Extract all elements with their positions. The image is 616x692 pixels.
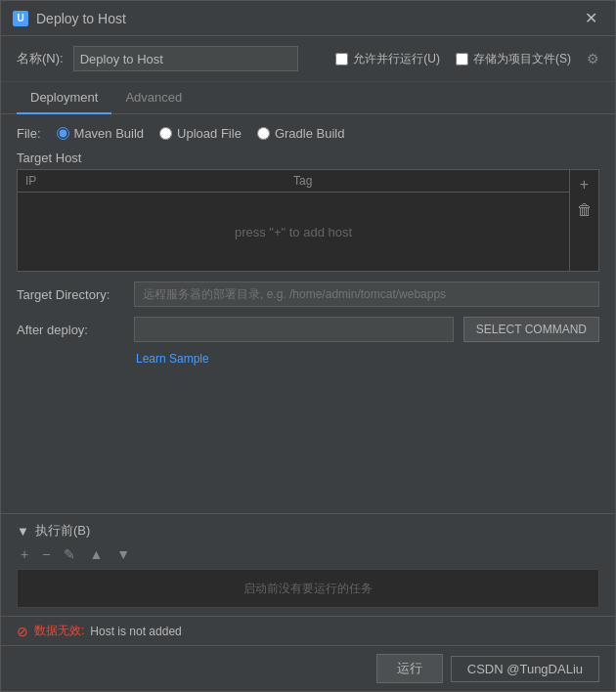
parallel-run-checkbox[interactable]: [335, 53, 348, 65]
after-deploy-input[interactable]: [134, 317, 454, 342]
upload-file-label: Upload File: [177, 126, 242, 141]
maven-build-radio-label[interactable]: Maven Build: [57, 126, 145, 141]
name-input[interactable]: [73, 46, 298, 71]
tab-deployment[interactable]: Deployment: [17, 82, 111, 114]
col-tag: Tag: [293, 174, 561, 188]
before-run-section: ▼ 执行前(B) + − ✎ ▲ ▼ 启动前没有要运行的任务: [1, 513, 615, 616]
table-area: IP Tag press "+" to add host: [18, 170, 569, 271]
cancel-button[interactable]: CSDN @TungDALiu: [451, 656, 599, 682]
maven-build-label: Maven Build: [74, 126, 145, 141]
gradle-build-label: Gradle Build: [275, 126, 345, 141]
save-project-label: 存储为项目文件(S): [473, 51, 571, 67]
before-run-down-button[interactable]: ▼: [112, 545, 134, 563]
before-run-empty-text: 启动前没有要运行的任务: [17, 569, 599, 608]
error-icon: ⊘: [17, 624, 28, 639]
target-host-section: Target Host IP Tag press "+" to add host…: [17, 151, 599, 272]
error-row: ⊘ 数据无效: Host is not added: [1, 616, 615, 645]
before-run-add-button[interactable]: +: [17, 545, 32, 563]
title-bar: U Deploy to Host ✕: [1, 1, 615, 36]
tab-content: File: Maven Build Upload File Gradle Bui…: [1, 114, 615, 513]
delete-icon: 🗑: [577, 201, 593, 219]
table-header: IP Tag: [18, 170, 569, 193]
before-run-remove-button[interactable]: −: [38, 545, 54, 563]
upload-file-radio-label[interactable]: Upload File: [159, 126, 242, 141]
before-run-chevron-icon: ▼: [17, 524, 29, 539]
before-run-toolbar: + − ✎ ▲ ▼: [17, 545, 599, 563]
delete-host-button[interactable]: 🗑: [574, 199, 595, 221]
close-button[interactable]: ✕: [579, 7, 603, 29]
gradle-build-radio-label[interactable]: Gradle Build: [257, 126, 345, 141]
before-run-up-button[interactable]: ▲: [85, 545, 107, 563]
name-options: 允许并行运行(U) 存储为项目文件(S) ⚙: [335, 51, 599, 67]
add-host-button[interactable]: +: [574, 174, 595, 195]
table-buttons: + 🗑: [569, 170, 598, 271]
maven-build-radio[interactable]: [57, 127, 69, 140]
name-label: 名称(N):: [17, 50, 64, 67]
upload-file-radio[interactable]: [159, 127, 172, 140]
table-empty-text: press "+" to add host: [18, 193, 569, 271]
app-icon: U: [13, 11, 28, 26]
before-run-edit-button[interactable]: ✎: [60, 545, 79, 563]
before-run-header[interactable]: ▼ 执行前(B): [17, 522, 599, 540]
deploy-dialog: U Deploy to Host ✕ 名称(N): 允许并行运行(U) 存储为项…: [0, 0, 616, 692]
after-deploy-row: After deploy: SELECT COMMAND: [17, 317, 599, 342]
target-directory-row: Target Directory:: [17, 281, 599, 307]
file-label: File:: [17, 126, 41, 141]
tabs: Deployment Advanced: [1, 82, 615, 114]
file-row: File: Maven Build Upload File Gradle Bui…: [17, 126, 599, 141]
save-project-checkbox[interactable]: [456, 53, 468, 65]
select-command-button[interactable]: SELECT COMMAND: [463, 317, 599, 342]
target-directory-label: Target Directory:: [17, 287, 124, 302]
gradle-build-radio[interactable]: [257, 127, 270, 140]
parallel-run-label: 允许并行运行(U): [353, 51, 440, 67]
target-host-table: IP Tag press "+" to add host + 🗑: [17, 169, 599, 272]
footer: 运行 CSDN @TungDALiu: [1, 645, 615, 691]
col-ip: IP: [25, 174, 293, 188]
learn-sample-link[interactable]: Learn Sample: [136, 352, 599, 366]
target-directory-input[interactable]: [134, 281, 599, 307]
after-deploy-label: After deploy:: [17, 323, 124, 337]
tab-advanced[interactable]: Advanced: [111, 82, 196, 114]
save-project-checkbox-label[interactable]: 存储为项目文件(S): [456, 51, 571, 67]
dialog-title: Deploy to Host: [36, 11, 126, 26]
gear-icon[interactable]: ⚙: [587, 51, 599, 66]
name-row: 名称(N): 允许并行运行(U) 存储为项目文件(S) ⚙: [1, 36, 615, 82]
parallel-run-checkbox-label[interactable]: 允许并行运行(U): [335, 51, 440, 67]
error-message: Host is not added: [90, 625, 181, 638]
before-run-title: 执行前(B): [35, 522, 90, 540]
target-host-label: Target Host: [17, 151, 599, 165]
error-prefix: 数据无效:: [34, 623, 84, 639]
run-button[interactable]: 运行: [376, 654, 443, 683]
